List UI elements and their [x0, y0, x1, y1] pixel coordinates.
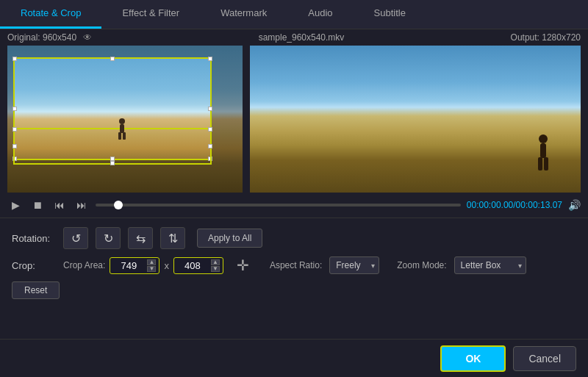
rotation-label: Rotation: — [12, 233, 56, 244]
tab-rotate-crop-label: Rotate & Crop — [21, 7, 81, 18]
volume-icon[interactable]: 🔊 — [568, 199, 581, 211]
filename-text: sample_960x540.mkv — [92, 32, 510, 43]
tab-subtitle[interactable]: Subtitle — [354, 0, 426, 29]
svg-rect-1 — [120, 124, 124, 133]
stop-button[interactable]: ⏹ — [29, 197, 46, 213]
crop-inner-handle-bm[interactable] — [110, 161, 115, 165]
crop-handle-tr[interactable] — [208, 57, 212, 61]
aspect-ratio-label: Aspect Ratio: — [270, 260, 322, 270]
crop-label: Crop: — [12, 260, 56, 271]
tab-audio-label: Audio — [308, 7, 332, 18]
rotation-row: Rotation: ↺ ↻ ⇆ ⇅ Apply to All — [12, 227, 576, 249]
person-silhouette-right — [535, 134, 551, 170]
crop-area-group: Crop Area: ▲ ▼ x ▲ ▼ — [63, 257, 223, 274]
tab-rotate-crop[interactable]: Rotate & Crop — [0, 0, 101, 29]
crop-box-inner[interactable] — [13, 128, 212, 165]
crop-height-spinners: ▲ ▼ — [211, 259, 220, 272]
original-resolution-text: Original: 960x540 — [7, 32, 76, 43]
timeline-position[interactable] — [114, 201, 123, 209]
zoom-mode-select[interactable]: Letter Box Pan & Scan Full — [454, 256, 526, 274]
crop-inner-handle-tl[interactable] — [12, 127, 17, 132]
output-resolution: Output: 1280x720 — [511, 32, 581, 43]
crop-handle-tl[interactable] — [12, 57, 17, 61]
crop-inner-handle-rm[interactable] — [208, 144, 212, 148]
tab-effect-filter-label: Effect & Filter — [122, 7, 179, 18]
aspect-ratio-select[interactable]: Freely 16:9 4:3 1:1 9:16 — [329, 256, 379, 274]
crop-handle-rm[interactable] — [208, 107, 212, 111]
current-time: 00:00:00.00 — [467, 200, 513, 210]
svg-rect-6 — [538, 157, 542, 170]
crop-width-group: ▲ ▼ — [110, 257, 159, 274]
crop-height-up[interactable]: ▲ — [211, 259, 220, 265]
tab-watermark-label: Watermark — [220, 7, 267, 18]
zoom-mode-label: Zoom Mode: — [397, 260, 446, 270]
beach-scene-right — [250, 46, 581, 193]
eye-icon[interactable]: 👁 — [83, 32, 92, 43]
crop-handle-lm[interactable] — [12, 107, 17, 111]
crop-handle-tm[interactable] — [110, 57, 115, 61]
crop-width-up[interactable]: ▲ — [147, 259, 156, 265]
aspect-ratio-wrapper: Freely 16:9 4:3 1:1 9:16 — [329, 256, 379, 274]
svg-rect-2 — [118, 132, 121, 140]
time-display: 00:00:00.00/00:00:13.07 — [467, 200, 562, 210]
next-frame-button[interactable]: ⏭ — [74, 197, 90, 213]
crop-area-label: Crop Area: — [63, 260, 105, 270]
tab-effect-filter[interactable]: Effect & Filter — [101, 0, 200, 29]
rotate-left-button[interactable]: ↺ — [63, 227, 88, 249]
tab-subtitle-label: Subtitle — [374, 7, 406, 18]
person-silhouette-left — [116, 118, 128, 140]
ok-button[interactable]: OK — [440, 345, 506, 372]
apply-all-button[interactable]: Apply to All — [197, 229, 262, 248]
cancel-button[interactable]: Cancel — [513, 346, 576, 371]
prev-frame-button[interactable]: ⏮ — [51, 197, 68, 213]
preview-left — [7, 46, 243, 193]
preview-area — [0, 46, 588, 193]
play-button[interactable]: ▶ — [7, 197, 24, 213]
crop-width-spinners: ▲ ▼ — [147, 259, 156, 272]
flip-horizontal-button[interactable]: ⇆ — [128, 227, 153, 249]
crop-row: Crop: Crop Area: ▲ ▼ x ▲ ▼ ✛ Aspe — [12, 256, 576, 274]
svg-point-0 — [119, 118, 125, 124]
svg-rect-7 — [544, 157, 548, 170]
timeline-track[interactable] — [96, 204, 461, 207]
preview-right — [250, 46, 581, 193]
flip-vertical-button[interactable]: ⇅ — [160, 227, 185, 249]
crosshair-icon[interactable]: ✛ — [237, 256, 249, 274]
tab-bar: Rotate & Crop Effect & Filter Watermark … — [0, 0, 588, 29]
crop-inner-handle-tr[interactable] — [208, 127, 212, 132]
controls-panel: Rotation: ↺ ↻ ⇆ ⇅ Apply to All Crop: Cro… — [0, 218, 588, 315]
tab-watermark[interactable]: Watermark — [200, 0, 287, 29]
crop-width-down[interactable]: ▼ — [147, 266, 156, 272]
crop-height-down[interactable]: ▼ — [211, 266, 220, 272]
tab-audio[interactable]: Audio — [287, 0, 353, 29]
playback-controls: ▶ ⏹ ⏮ ⏭ 00:00:00.00/00:00:13.07 🔊 — [0, 193, 588, 218]
crop-height-group: ▲ ▼ — [173, 257, 223, 274]
info-bar: Original: 960x540 👁 sample_960x540.mkv O… — [0, 29, 588, 46]
svg-rect-5 — [540, 143, 546, 158]
crop-height-input[interactable] — [177, 260, 208, 271]
crop-width-input[interactable] — [113, 260, 144, 271]
crop-inner-handle-lm[interactable] — [12, 144, 17, 148]
zoom-mode-wrapper: Letter Box Pan & Scan Full — [454, 256, 526, 274]
bottom-action-bar: OK Cancel — [0, 339, 588, 377]
total-time: 00:00:13.07 — [516, 200, 562, 210]
crop-x-separator: x — [164, 260, 169, 271]
rotate-right-button[interactable]: ↻ — [96, 227, 121, 249]
reset-row: Reset — [12, 281, 576, 299]
svg-rect-3 — [123, 132, 126, 140]
original-resolution: Original: 960x540 👁 — [7, 32, 92, 43]
reset-button[interactable]: Reset — [12, 281, 60, 299]
svg-point-4 — [539, 134, 548, 143]
